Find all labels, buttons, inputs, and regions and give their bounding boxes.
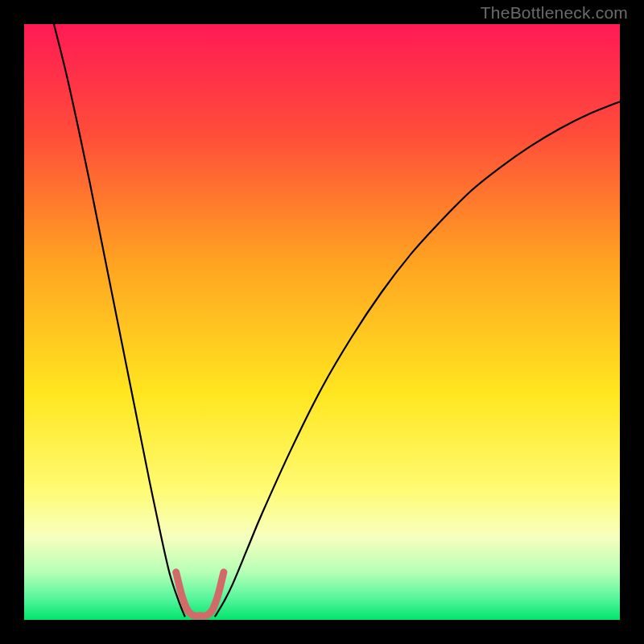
chart-background-gradient	[24, 24, 620, 620]
svg-rect-0	[24, 24, 620, 620]
watermark-text: TheBottleneck.com	[481, 3, 628, 23]
chart-plot-area	[24, 24, 620, 620]
